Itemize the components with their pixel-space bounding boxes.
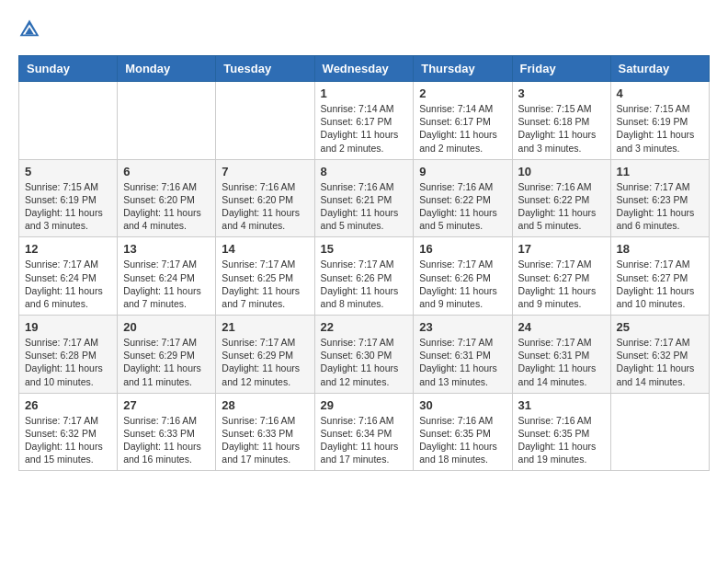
- day-cell: 5Sunrise: 7:15 AM Sunset: 6:19 PM Daylig…: [19, 159, 118, 237]
- day-number: 21: [222, 320, 308, 334]
- day-number: 3: [518, 86, 605, 100]
- day-number: 14: [222, 242, 308, 256]
- day-number: 29: [321, 398, 408, 412]
- day-cell: 25Sunrise: 7:17 AM Sunset: 6:32 PM Dayli…: [610, 316, 709, 394]
- weekday-sunday: Sunday: [19, 56, 118, 82]
- day-info: Sunrise: 7:17 AM Sunset: 6:24 PM Dayligh…: [123, 258, 210, 310]
- day-number: 31: [518, 398, 605, 412]
- day-number: 13: [123, 242, 210, 256]
- day-cell: 19Sunrise: 7:17 AM Sunset: 6:28 PM Dayli…: [19, 316, 118, 394]
- day-number: 6: [123, 165, 210, 178]
- day-info: Sunrise: 7:16 AM Sunset: 6:20 PM Dayligh…: [222, 180, 308, 233]
- day-cell: 11Sunrise: 7:17 AM Sunset: 6:23 PM Dayli…: [610, 159, 709, 237]
- day-cell: 28Sunrise: 7:16 AM Sunset: 6:33 PM Dayli…: [216, 393, 314, 471]
- week-row-4: 19Sunrise: 7:17 AM Sunset: 6:28 PM Dayli…: [19, 316, 710, 394]
- day-info: Sunrise: 7:16 AM Sunset: 6:22 PM Dayligh…: [518, 180, 605, 233]
- day-number: 28: [222, 398, 308, 412]
- day-info: Sunrise: 7:16 AM Sunset: 6:33 PM Dayligh…: [123, 414, 210, 466]
- day-info: Sunrise: 7:17 AM Sunset: 6:26 PM Dayligh…: [321, 258, 408, 310]
- weekday-monday: Monday: [118, 56, 216, 82]
- day-cell: 29Sunrise: 7:16 AM Sunset: 6:34 PM Dayli…: [314, 393, 414, 471]
- day-cell: 13Sunrise: 7:17 AM Sunset: 6:24 PM Dayli…: [118, 237, 216, 316]
- day-info: Sunrise: 7:17 AM Sunset: 6:27 PM Dayligh…: [518, 258, 605, 310]
- day-cell: 16Sunrise: 7:17 AM Sunset: 6:26 PM Dayli…: [414, 237, 512, 316]
- day-info: Sunrise: 7:17 AM Sunset: 6:27 PM Dayligh…: [617, 258, 703, 310]
- day-number: 24: [518, 320, 605, 334]
- week-row-2: 5Sunrise: 7:15 AM Sunset: 6:19 PM Daylig…: [19, 159, 710, 237]
- day-cell: 17Sunrise: 7:17 AM Sunset: 6:27 PM Dayli…: [512, 237, 610, 316]
- day-cell: 7Sunrise: 7:16 AM Sunset: 6:20 PM Daylig…: [216, 159, 314, 237]
- day-info: Sunrise: 7:17 AM Sunset: 6:31 PM Dayligh…: [419, 336, 506, 388]
- day-number: 4: [617, 86, 703, 100]
- day-info: Sunrise: 7:17 AM Sunset: 6:26 PM Dayligh…: [419, 258, 506, 310]
- day-info: Sunrise: 7:16 AM Sunset: 6:35 PM Dayligh…: [518, 414, 605, 466]
- weekday-wednesday: Wednesday: [314, 56, 414, 82]
- day-info: Sunrise: 7:15 AM Sunset: 6:19 PM Dayligh…: [617, 102, 703, 155]
- day-cell: 15Sunrise: 7:17 AM Sunset: 6:26 PM Dayli…: [314, 237, 414, 316]
- weekday-friday: Friday: [512, 56, 610, 82]
- day-cell: 18Sunrise: 7:17 AM Sunset: 6:27 PM Dayli…: [610, 237, 709, 316]
- day-info: Sunrise: 7:16 AM Sunset: 6:35 PM Dayligh…: [419, 414, 506, 466]
- day-number: 18: [617, 242, 703, 256]
- day-number: 9: [419, 165, 506, 178]
- day-info: Sunrise: 7:17 AM Sunset: 6:32 PM Dayligh…: [25, 414, 111, 466]
- day-info: Sunrise: 7:16 AM Sunset: 6:22 PM Dayligh…: [419, 180, 506, 233]
- calendar: SundayMondayTuesdayWednesdayThursdayFrid…: [18, 55, 710, 471]
- day-cell: 2Sunrise: 7:14 AM Sunset: 6:17 PM Daylig…: [414, 82, 512, 160]
- day-cell: [216, 82, 314, 160]
- day-cell: 3Sunrise: 7:15 AM Sunset: 6:18 PM Daylig…: [512, 82, 610, 160]
- day-cell: [610, 393, 709, 471]
- day-cell: 14Sunrise: 7:17 AM Sunset: 6:25 PM Dayli…: [216, 237, 314, 316]
- week-row-1: 1Sunrise: 7:14 AM Sunset: 6:17 PM Daylig…: [19, 82, 710, 160]
- week-row-5: 26Sunrise: 7:17 AM Sunset: 6:32 PM Dayli…: [19, 393, 710, 471]
- day-number: 25: [617, 320, 703, 334]
- logo-icon: [18, 18, 40, 40]
- day-number: 5: [25, 165, 111, 178]
- day-cell: 24Sunrise: 7:17 AM Sunset: 6:31 PM Dayli…: [512, 316, 610, 394]
- day-cell: 30Sunrise: 7:16 AM Sunset: 6:35 PM Dayli…: [414, 393, 512, 471]
- week-row-3: 12Sunrise: 7:17 AM Sunset: 6:24 PM Dayli…: [19, 237, 710, 316]
- day-number: 23: [419, 320, 506, 334]
- day-number: 12: [25, 242, 111, 256]
- weekday-thursday: Thursday: [414, 56, 512, 82]
- day-cell: 1Sunrise: 7:14 AM Sunset: 6:17 PM Daylig…: [314, 82, 414, 160]
- day-number: 16: [419, 242, 506, 256]
- day-info: Sunrise: 7:16 AM Sunset: 6:21 PM Dayligh…: [321, 180, 408, 233]
- day-cell: 21Sunrise: 7:17 AM Sunset: 6:29 PM Dayli…: [216, 316, 314, 394]
- day-cell: 4Sunrise: 7:15 AM Sunset: 6:19 PM Daylig…: [610, 82, 709, 160]
- day-cell: 31Sunrise: 7:16 AM Sunset: 6:35 PM Dayli…: [512, 393, 610, 471]
- day-cell: 27Sunrise: 7:16 AM Sunset: 6:33 PM Dayli…: [118, 393, 216, 471]
- day-number: 17: [518, 242, 605, 256]
- day-info: Sunrise: 7:17 AM Sunset: 6:25 PM Dayligh…: [222, 258, 308, 310]
- day-info: Sunrise: 7:17 AM Sunset: 6:24 PM Dayligh…: [25, 258, 111, 310]
- day-cell: 6Sunrise: 7:16 AM Sunset: 6:20 PM Daylig…: [118, 159, 216, 237]
- day-info: Sunrise: 7:16 AM Sunset: 6:34 PM Dayligh…: [321, 414, 408, 466]
- day-cell: 26Sunrise: 7:17 AM Sunset: 6:32 PM Dayli…: [19, 393, 118, 471]
- day-info: Sunrise: 7:14 AM Sunset: 6:17 PM Dayligh…: [321, 102, 408, 155]
- day-number: 26: [25, 398, 111, 412]
- day-number: 22: [321, 320, 408, 334]
- weekday-tuesday: Tuesday: [216, 56, 314, 82]
- day-cell: 9Sunrise: 7:16 AM Sunset: 6:22 PM Daylig…: [414, 159, 512, 237]
- logo: [18, 18, 44, 40]
- day-info: Sunrise: 7:17 AM Sunset: 6:29 PM Dayligh…: [123, 336, 210, 388]
- day-number: 1: [321, 86, 408, 100]
- day-number: 10: [518, 165, 605, 178]
- day-info: Sunrise: 7:16 AM Sunset: 6:33 PM Dayligh…: [222, 414, 308, 466]
- day-cell: 8Sunrise: 7:16 AM Sunset: 6:21 PM Daylig…: [314, 159, 414, 237]
- day-info: Sunrise: 7:17 AM Sunset: 6:23 PM Dayligh…: [617, 180, 703, 233]
- calendar-body: 1Sunrise: 7:14 AM Sunset: 6:17 PM Daylig…: [19, 82, 710, 471]
- weekday-saturday: Saturday: [610, 56, 709, 82]
- day-cell: [118, 82, 216, 160]
- day-info: Sunrise: 7:17 AM Sunset: 6:31 PM Dayligh…: [518, 336, 605, 388]
- day-number: 19: [25, 320, 111, 334]
- day-cell: [19, 82, 118, 160]
- page-header: [18, 18, 710, 40]
- day-number: 8: [321, 165, 408, 178]
- day-number: 20: [123, 320, 210, 334]
- day-number: 27: [123, 398, 210, 412]
- day-number: 30: [419, 398, 506, 412]
- day-number: 15: [321, 242, 408, 256]
- day-cell: 22Sunrise: 7:17 AM Sunset: 6:30 PM Dayli…: [314, 316, 414, 394]
- day-cell: 23Sunrise: 7:17 AM Sunset: 6:31 PM Dayli…: [414, 316, 512, 394]
